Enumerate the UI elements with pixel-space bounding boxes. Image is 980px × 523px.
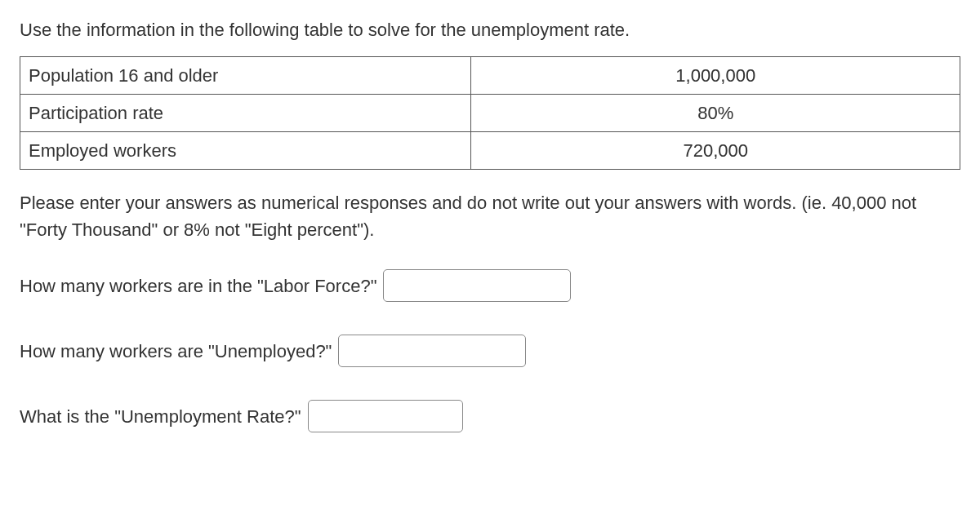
table-row: Employed workers 720,000: [20, 132, 960, 170]
question-unemployed: How many workers are "Unemployed?": [20, 335, 960, 367]
data-table: Population 16 and older 1,000,000 Partic…: [20, 56, 960, 170]
question-unemployment-rate: What is the "Unemployment Rate?": [20, 400, 960, 432]
unemployed-input[interactable]: [338, 335, 526, 367]
question-text: What is the "Unemployment Rate?": [20, 403, 301, 430]
question-text: How many workers are "Unemployed?": [20, 338, 332, 365]
table-row: Participation rate 80%: [20, 95, 960, 132]
question-text: How many workers are in the "Labor Force…: [20, 273, 376, 299]
labor-force-input[interactable]: [383, 269, 571, 302]
table-value: 80%: [471, 95, 960, 132]
table-label: Population 16 and older: [20, 57, 471, 95]
table-value: 720,000: [471, 132, 960, 170]
table-value: 1,000,000: [471, 57, 960, 95]
question-labor-force: How many workers are in the "Labor Force…: [20, 269, 960, 302]
intro-text: Use the information in the following tab…: [20, 16, 960, 43]
table-label: Employed workers: [20, 132, 471, 170]
table-row: Population 16 and older 1,000,000: [20, 57, 960, 95]
unemployment-rate-input[interactable]: [308, 400, 463, 432]
table-label: Participation rate: [20, 95, 471, 132]
instructions-text: Please enter your answers as numerical r…: [20, 189, 960, 243]
